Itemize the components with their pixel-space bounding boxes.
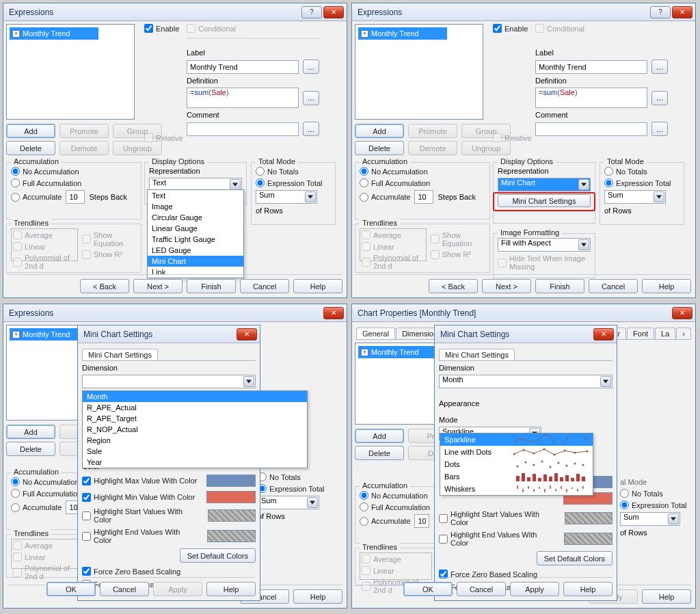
comment-more-button[interactable]: …	[303, 122, 319, 136]
color-swatch-end[interactable]	[207, 530, 256, 542]
rep-opt-mini-chart[interactable]: Mini Chart	[148, 256, 243, 267]
help-button[interactable]: Help	[206, 582, 256, 596]
definition-more-button[interactable]: …	[651, 91, 668, 105]
back-button[interactable]: < Back	[80, 279, 129, 293]
mode-opt-line-dots[interactable]: Line with Dots	[440, 446, 593, 458]
label-input[interactable]	[187, 60, 299, 74]
delete-button[interactable]: Delete	[355, 446, 404, 460]
dimension-select[interactable]	[82, 375, 256, 388]
apply-button[interactable]: Apply	[153, 582, 202, 596]
relative-checkbox[interactable]: Relative	[144, 133, 183, 142]
hl-start-checkbox[interactable]: Highlight Start Values With Color	[82, 507, 200, 524]
image-format-select[interactable]: Fill with Aspect	[498, 238, 591, 252]
hl-max-checkbox[interactable]: Highlight Max Value With Color	[82, 477, 197, 485]
close-icon[interactable]: ✕	[672, 307, 692, 319]
comment-input[interactable]	[535, 122, 647, 136]
total-fn-select[interactable]: Sum	[604, 190, 666, 204]
cancel-button[interactable]: Cancel	[100, 582, 149, 596]
ungroup-button[interactable]: Ungroup	[113, 141, 162, 155]
expression-tree[interactable]: + Monthly Trend	[355, 24, 483, 120]
set-default-colors-button[interactable]: Set Default Colors	[537, 551, 612, 565]
color-swatch-start[interactable]	[565, 512, 612, 524]
color-swatch-max[interactable]	[206, 475, 256, 487]
definition-input[interactable]: =sum(Sale)	[535, 88, 647, 108]
label-input[interactable]	[535, 60, 647, 74]
color-swatch-start[interactable]	[208, 509, 256, 522]
cancel-button[interactable]: Cancel	[240, 279, 289, 293]
expand-icon[interactable]: +	[12, 331, 20, 338]
rep-opt-image[interactable]: Image	[148, 201, 243, 212]
demote-button[interactable]: Demote	[408, 141, 457, 155]
mode-dropdown[interactable]: Sparkline Line with Dots Dots Bars Whisk…	[440, 433, 593, 496]
enable-checkbox[interactable]: Enable	[144, 24, 179, 33]
delete-button[interactable]: Delete	[6, 141, 55, 155]
dim-opt-region[interactable]: Region	[83, 435, 307, 446]
relative-checkbox[interactable]: Relative	[493, 133, 532, 142]
expand-icon[interactable]: +	[12, 30, 20, 38]
dim-opt-month[interactable]: Month	[83, 391, 307, 402]
hl-end-checkbox[interactable]: Highlight End Values With Color	[439, 531, 556, 547]
cancel-button[interactable]: Cancel	[589, 279, 638, 293]
conditional-checkbox[interactable]: Conditional	[187, 24, 236, 33]
hl-min-checkbox[interactable]: Highlight Min Value With Color	[82, 493, 195, 502]
dim-opt-rape-actual[interactable]: R_APE_Actual	[83, 402, 307, 413]
next-button[interactable]: Next >	[133, 279, 183, 293]
rep-opt-linear-gauge[interactable]: Linear Gauge	[148, 223, 243, 234]
close-icon[interactable]: ✕	[323, 6, 344, 18]
conditional-checkbox[interactable]: Conditional	[535, 24, 584, 33]
promote-button[interactable]: Promote	[408, 124, 457, 138]
comment-input[interactable]	[187, 122, 299, 136]
tab-general[interactable]: General	[356, 328, 395, 339]
mini-chart-settings-button[interactable]: Mini Chart Settings	[498, 194, 591, 207]
close-icon[interactable]: ✕	[593, 328, 614, 341]
representation-select[interactable]: Mini Chart	[498, 178, 591, 191]
set-default-colors-button[interactable]: Set Default Colors	[180, 548, 256, 563]
rep-opt-circular-gauge[interactable]: Circular Gauge	[148, 212, 243, 223]
rep-opt-traffic-light-gauge[interactable]: Traffic Light Gauge	[148, 234, 243, 245]
ok-button[interactable]: OK	[403, 582, 453, 596]
ok-button[interactable]: OK	[46, 582, 96, 596]
ungroup-button[interactable]: Ungroup	[461, 141, 511, 155]
tab-font[interactable]: Font	[627, 328, 654, 339]
label-more-button[interactable]: …	[303, 59, 319, 74]
tree-item-monthly-trend[interactable]: + Monthly Trend	[10, 27, 98, 40]
add-button[interactable]: Add	[355, 429, 404, 443]
color-swatch-end[interactable]	[564, 533, 612, 545]
dim-opt-sale[interactable]: Sale	[83, 446, 307, 457]
delete-button[interactable]: Delete	[6, 442, 55, 456]
color-swatch-min[interactable]	[206, 491, 256, 503]
finish-button[interactable]: Finish	[535, 279, 584, 293]
back-button[interactable]: < Back	[429, 279, 478, 293]
add-button[interactable]: Add	[6, 425, 55, 439]
help-button[interactable]: Help	[642, 279, 691, 293]
add-button[interactable]: Add	[6, 124, 55, 138]
definition-input[interactable]: =sum(Sale)	[187, 88, 299, 108]
hide-text-checkbox[interactable]: Hide Text When Image Missing	[498, 254, 591, 271]
mode-opt-bars[interactable]: Bars	[440, 470, 593, 483]
tabs-scroll-right[interactable]: ›	[676, 328, 691, 339]
steps-back-input[interactable]	[66, 190, 85, 204]
enable-checkbox[interactable]: Enable	[493, 24, 528, 33]
mode-opt-whiskers[interactable]: Whiskers	[440, 483, 593, 495]
delete-button[interactable]: Delete	[355, 141, 404, 155]
dim-opt-rape-target[interactable]: R_APE_Target	[83, 413, 307, 424]
expression-total-radio[interactable]: Expression Total	[256, 178, 331, 187]
expression-tree[interactable]: + Monthly Trend	[6, 24, 135, 120]
apply-button[interactable]: Apply	[510, 582, 559, 596]
cancel-button[interactable]: Cancel	[457, 582, 506, 596]
help-icon[interactable]: ?	[301, 6, 322, 18]
acc-none-radio[interactable]: No Accumulation	[11, 167, 137, 176]
dim-opt-year[interactable]: Year	[83, 457, 307, 468]
comment-more-button[interactable]: …	[651, 122, 668, 136]
acc-full-radio[interactable]: Full Accumulation	[11, 178, 137, 187]
tab-mini-chart-settings[interactable]: Mini Chart Settings	[82, 349, 158, 360]
dimension-select[interactable]: Month	[439, 375, 612, 388]
help-button[interactable]: Help	[293, 279, 342, 293]
help-icon[interactable]: ?	[650, 6, 671, 18]
label-more-button[interactable]: …	[651, 59, 668, 74]
expand-icon[interactable]: +	[361, 30, 368, 38]
total-fn-select[interactable]: Sum	[256, 190, 317, 204]
demote-button[interactable]: Demote	[59, 141, 109, 155]
add-button[interactable]: Add	[355, 124, 404, 138]
close-icon[interactable]: ✕	[323, 307, 344, 319]
